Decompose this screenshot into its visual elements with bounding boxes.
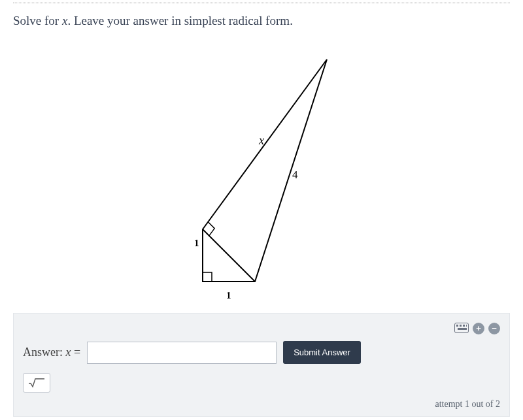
- zoom-in-icon[interactable]: +: [473, 323, 484, 334]
- answer-row: Answer: x = Submit Answer: [23, 341, 500, 364]
- question-suffix: . Leave your answer in simplest radical …: [67, 14, 293, 27]
- question-prefix: Solve for: [13, 14, 62, 27]
- svg-line-1: [203, 229, 255, 282]
- answer-equals: =: [71, 346, 81, 359]
- figure: x 4 1 1: [0, 33, 523, 313]
- label-4: 4: [292, 169, 298, 181]
- answer-var: x: [66, 346, 71, 359]
- sqrt-icon: [28, 378, 45, 388]
- keyboard-icon[interactable]: [454, 323, 469, 333]
- svg-rect-2: [203, 272, 212, 282]
- question-text: Solve for x. Leave your answer in simple…: [0, 3, 523, 33]
- zoom-out-icon[interactable]: −: [488, 323, 500, 334]
- toolbar: + −: [23, 323, 500, 334]
- attempt-text: attempt 1 out of 2: [23, 399, 500, 410]
- submit-button[interactable]: Submit Answer: [283, 341, 361, 364]
- answer-label: Answer: x =: [23, 346, 80, 359]
- sqrt-button[interactable]: [23, 373, 50, 393]
- label-left-1: 1: [194, 238, 199, 248]
- label-bottom-1: 1: [226, 290, 231, 300]
- label-x: x: [258, 134, 264, 147]
- answer-panel: + − Answer: x = Submit Answer attempt 1 …: [13, 313, 510, 417]
- answer-input[interactable]: [87, 342, 277, 364]
- answer-label-prefix: Answer:: [23, 346, 66, 359]
- triangle-svg: x 4 1 1: [157, 40, 366, 301]
